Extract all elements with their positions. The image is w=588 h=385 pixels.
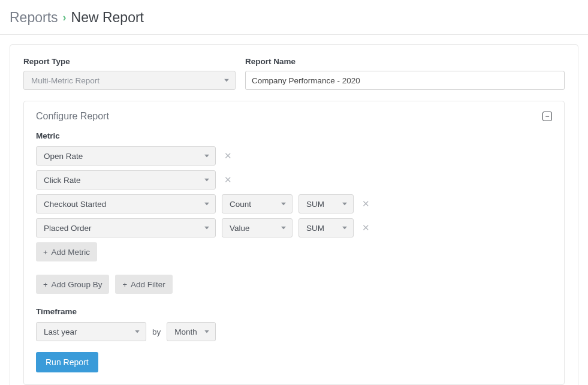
plus-icon: + xyxy=(43,280,48,289)
breadcrumb-current: New Report xyxy=(71,10,144,26)
metric-row: Placed Order Value SUM ✕ xyxy=(36,218,552,237)
metric-select[interactable]: Placed Order xyxy=(36,218,216,237)
chevron-down-icon xyxy=(204,203,209,206)
add-group-by-label: Add Group By xyxy=(52,280,102,289)
metric-section-label: Metric xyxy=(36,131,552,140)
breadcrumb-parent-link[interactable]: Reports xyxy=(10,10,58,26)
chevron-down-icon xyxy=(204,179,209,182)
measure-value: Value xyxy=(230,224,250,233)
metric-select[interactable]: Open Rate xyxy=(36,146,216,166)
plus-icon: + xyxy=(43,248,48,257)
metric-value: Checkout Started xyxy=(44,200,106,209)
collapse-button[interactable]: − xyxy=(542,112,552,121)
chevron-down-icon xyxy=(204,227,209,230)
metric-select[interactable]: Click Rate xyxy=(36,170,216,190)
measure-value: Count xyxy=(230,200,251,209)
add-metric-button[interactable]: + Add Metric xyxy=(36,242,97,261)
chevron-down-icon xyxy=(204,330,209,333)
measure-select[interactable]: Count xyxy=(222,194,293,213)
configure-report-header: Configure Report − xyxy=(36,111,552,122)
report-name-label: Report Name xyxy=(245,57,565,66)
report-name-field: Report Name xyxy=(245,57,565,90)
add-filter-button[interactable]: + Add Filter xyxy=(115,275,172,294)
remove-metric-button[interactable]: ✕ xyxy=(222,175,234,185)
granularity-value: Month xyxy=(174,327,197,336)
metric-row: Open Rate ✕ xyxy=(36,146,552,166)
run-report-button[interactable]: Run Report xyxy=(36,352,98,372)
metric-value: Placed Order xyxy=(44,224,92,233)
chevron-down-icon xyxy=(281,203,286,206)
metric-value: Open Rate xyxy=(44,152,83,161)
chevron-down-icon xyxy=(204,155,209,158)
aggregation-value: SUM xyxy=(306,224,324,233)
timeframe-section-label: Timeframe xyxy=(36,307,552,316)
plus-icon: + xyxy=(122,280,127,289)
chevron-right-icon: › xyxy=(63,11,67,24)
remove-metric-button[interactable]: ✕ xyxy=(360,222,372,233)
report-name-input[interactable] xyxy=(245,71,565,90)
chevron-down-icon xyxy=(135,330,140,333)
remove-metric-button[interactable]: ✕ xyxy=(360,198,372,209)
timeframe-select[interactable]: Last year xyxy=(36,322,146,341)
header-divider xyxy=(0,34,588,35)
granularity-select[interactable]: Month xyxy=(167,322,216,341)
minus-icon: − xyxy=(545,113,549,120)
chevron-down-icon xyxy=(342,203,347,206)
add-metric-label: Add Metric xyxy=(52,248,91,257)
aggregation-value: SUM xyxy=(306,200,324,209)
metric-row: Click Rate ✕ xyxy=(36,170,552,190)
metric-select[interactable]: Checkout Started xyxy=(36,194,216,213)
report-type-value: Multi-Metric Report xyxy=(31,76,99,85)
chevron-down-icon xyxy=(281,227,286,230)
aggregation-select[interactable]: SUM xyxy=(298,218,354,237)
configure-report-title: Configure Report xyxy=(36,111,109,122)
add-filter-label: Add Filter xyxy=(131,280,165,289)
aggregation-select[interactable]: SUM xyxy=(298,194,354,213)
group-filter-row: + Add Group By + Add Filter xyxy=(36,275,552,294)
timeframe-row: Last year by Month xyxy=(36,322,552,341)
chevron-down-icon xyxy=(342,227,347,230)
chevron-down-icon xyxy=(224,79,229,82)
timeframe-value: Last year xyxy=(44,327,77,336)
metric-value: Click Rate xyxy=(44,176,81,185)
breadcrumb: Reports › New Report xyxy=(0,0,588,34)
remove-metric-button[interactable]: ✕ xyxy=(222,151,234,161)
report-type-field: Report Type Multi-Metric Report xyxy=(23,57,236,90)
top-form-row: Report Type Multi-Metric Report Report N… xyxy=(23,57,565,90)
metric-row: Checkout Started Count SUM ✕ xyxy=(36,194,552,213)
by-label: by xyxy=(152,327,161,336)
add-group-by-button[interactable]: + Add Group By xyxy=(36,275,109,294)
measure-select[interactable]: Value xyxy=(222,218,293,237)
report-type-label: Report Type xyxy=(23,57,236,66)
report-type-select[interactable]: Multi-Metric Report xyxy=(23,71,236,90)
configure-report-card: Configure Report − Metric Open Rate ✕ Cl… xyxy=(23,101,565,385)
report-panel: Report Type Multi-Metric Report Report N… xyxy=(10,44,578,385)
